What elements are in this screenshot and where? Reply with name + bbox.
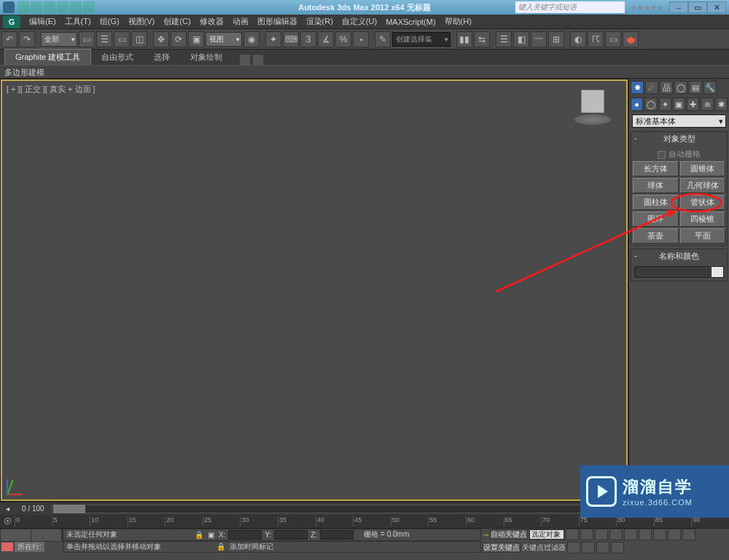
- add-time-tag[interactable]: 添加时间标记: [230, 542, 273, 552]
- time-slider-prev-icon[interactable]: ◂: [0, 505, 15, 513]
- create-tab-icon[interactable]: ✸: [631, 81, 644, 94]
- tab-objectpaint[interactable]: 对象绘制: [180, 50, 233, 65]
- percent-snap-icon[interactable]: %: [335, 31, 351, 47]
- nav-maximize-icon[interactable]: [682, 529, 695, 540]
- layer-manager-icon[interactable]: ☰: [496, 31, 512, 47]
- modify-tab-icon[interactable]: ☄: [645, 81, 658, 94]
- material-editor-icon[interactable]: ◐: [570, 31, 586, 47]
- tab-freeform[interactable]: 自由形式: [91, 50, 144, 65]
- motion-tab-icon[interactable]: ◯: [674, 81, 687, 94]
- ribbon-opt-icon[interactable]: [253, 55, 263, 65]
- render-icon[interactable]: 🫖: [623, 31, 639, 47]
- torus-button[interactable]: 圆环: [633, 211, 679, 227]
- display-tab-icon[interactable]: ▤: [689, 81, 702, 94]
- manipulate-icon[interactable]: ✦: [265, 31, 281, 47]
- menu-views[interactable]: 视图(V): [128, 16, 155, 27]
- rect-select-icon[interactable]: ▭: [114, 31, 130, 47]
- window-crossing-icon[interactable]: ◫: [131, 31, 147, 47]
- object-color-swatch[interactable]: [711, 266, 724, 278]
- render-setup-icon[interactable]: ☈: [588, 31, 604, 47]
- plane-button[interactable]: 平面: [680, 228, 726, 244]
- move-icon[interactable]: ✥: [153, 31, 169, 47]
- menu-create[interactable]: 创建(C): [163, 16, 190, 27]
- lock-selection-icon[interactable]: 🔒: [195, 531, 203, 539]
- maximize-button[interactable]: ▭: [688, 1, 707, 13]
- menu-group[interactable]: 组(G): [100, 16, 120, 27]
- lock-icon[interactable]: 🔒: [217, 542, 225, 551]
- rollout-header-name-color[interactable]: 名称和颜色: [631, 249, 727, 263]
- scale-icon[interactable]: ▣: [188, 31, 204, 47]
- key-filter-selected[interactable]: 选定对象: [529, 529, 564, 540]
- minimize-button[interactable]: –: [669, 1, 688, 13]
- key-icon[interactable]: ⊸: [483, 531, 488, 539]
- utilities-tab-icon[interactable]: 🔧: [703, 81, 717, 94]
- trackbar-ruler[interactable]: 051015202530354045505560657075808590: [15, 516, 729, 526]
- undo-icon[interactable]: ↶: [1, 31, 17, 47]
- hierarchy-tab-icon[interactable]: 品: [660, 81, 673, 94]
- mini-listener[interactable]: [0, 529, 63, 542]
- qat-btn[interactable]: [70, 1, 82, 13]
- play-icon[interactable]: [595, 529, 608, 540]
- trackbar-toggle-icon[interactable]: ⦿: [0, 517, 15, 526]
- qat-btn[interactable]: [17, 1, 29, 13]
- key-filters-label[interactable]: 关键点过滤器: [522, 542, 566, 553]
- next-frame-icon[interactable]: [609, 529, 623, 540]
- tab-selection[interactable]: 选择: [144, 50, 180, 65]
- named-sel-sets-dropdown[interactable]: 创建选择集: [392, 32, 451, 47]
- close-button[interactable]: ✕: [707, 1, 726, 13]
- menu-modifiers[interactable]: 修改器: [200, 16, 224, 27]
- qat-btn[interactable]: [44, 1, 55, 13]
- object-name-field[interactable]: [634, 266, 709, 278]
- lights-cat-icon[interactable]: ✦: [659, 98, 671, 111]
- menu-animation[interactable]: 动画: [233, 16, 249, 27]
- help-search[interactable]: 键入关键字或短语: [515, 1, 625, 13]
- curve-editor-icon[interactable]: 〰: [531, 31, 547, 47]
- time-slider-handle[interactable]: [52, 504, 86, 514]
- viewcube-cube-icon[interactable]: [581, 90, 604, 113]
- viewcube[interactable]: [572, 87, 613, 128]
- qat-btn[interactable]: [57, 1, 69, 13]
- cylinder-button[interactable]: 圆柱体: [633, 195, 679, 210]
- snap-toggle-icon[interactable]: 3: [300, 31, 316, 47]
- spacewarps-cat-icon[interactable]: ≋: [701, 98, 713, 111]
- isolate-icon[interactable]: ▣: [208, 531, 214, 539]
- pivot-icon[interactable]: ◉: [243, 31, 260, 47]
- menu-rendering[interactable]: 渲染(R): [306, 16, 333, 27]
- nav-fov-icon[interactable]: [582, 542, 595, 553]
- nav-orbit-icon[interactable]: [668, 529, 681, 540]
- box-button[interactable]: 长方体: [633, 161, 679, 176]
- selection-filter-dropdown[interactable]: 全部: [41, 32, 77, 47]
- pyramid-button[interactable]: 四棱锥: [680, 211, 726, 227]
- qat-btn[interactable]: [83, 1, 95, 13]
- rollout-header-object-type[interactable]: 对象类型: [631, 132, 727, 146]
- viewport-label[interactable]: [ + ][ 正交 ][ 真实 + 边面 ]: [7, 84, 95, 95]
- menu-help[interactable]: 帮助(H): [445, 16, 472, 27]
- graphite-icon[interactable]: ◧: [513, 31, 529, 47]
- autogrid-checkbox[interactable]: 自动栅格: [633, 147, 725, 161]
- tab-graphite[interactable]: Graphite 建模工具: [4, 49, 91, 65]
- redo-icon[interactable]: ↷: [19, 31, 35, 47]
- qat-btn[interactable]: [31, 1, 42, 13]
- mirror-icon[interactable]: ▮▮: [456, 31, 472, 47]
- viewport[interactable]: [ + ][ 正交 ][ 真实 + 边面 ]: [2, 81, 626, 499]
- goto-end-icon[interactable]: [624, 529, 637, 540]
- edit-named-sel-icon[interactable]: ✎: [375, 31, 391, 47]
- z-field[interactable]: [320, 530, 354, 540]
- spinner-snap-icon[interactable]: ⭑: [353, 31, 369, 47]
- menu-customize[interactable]: 自定义(U): [342, 16, 377, 27]
- angle-snap-icon[interactable]: ∡: [318, 31, 334, 47]
- auto-key-button[interactable]: 自动关键点: [490, 529, 528, 540]
- menu-maxscript[interactable]: MAXScript(M): [386, 18, 435, 26]
- cameras-cat-icon[interactable]: ▣: [673, 98, 685, 111]
- sphere-button[interactable]: 球体: [633, 178, 679, 193]
- ribbon-collapse-icon[interactable]: [240, 55, 250, 65]
- select-object-icon[interactable]: ▭: [79, 31, 95, 47]
- geometry-category-dropdown[interactable]: 标准基本体: [632, 114, 726, 128]
- nav-pan-icon[interactable]: [639, 529, 652, 540]
- ref-coord-dropdown[interactable]: 视图: [206, 32, 242, 47]
- schematic-view-icon[interactable]: ⊞: [548, 31, 564, 47]
- goto-start-icon[interactable]: [566, 529, 579, 540]
- teapot-button[interactable]: 茶壶: [633, 228, 679, 244]
- nav-zoom-all-icon[interactable]: [567, 542, 580, 553]
- prev-frame-icon[interactable]: [580, 529, 593, 540]
